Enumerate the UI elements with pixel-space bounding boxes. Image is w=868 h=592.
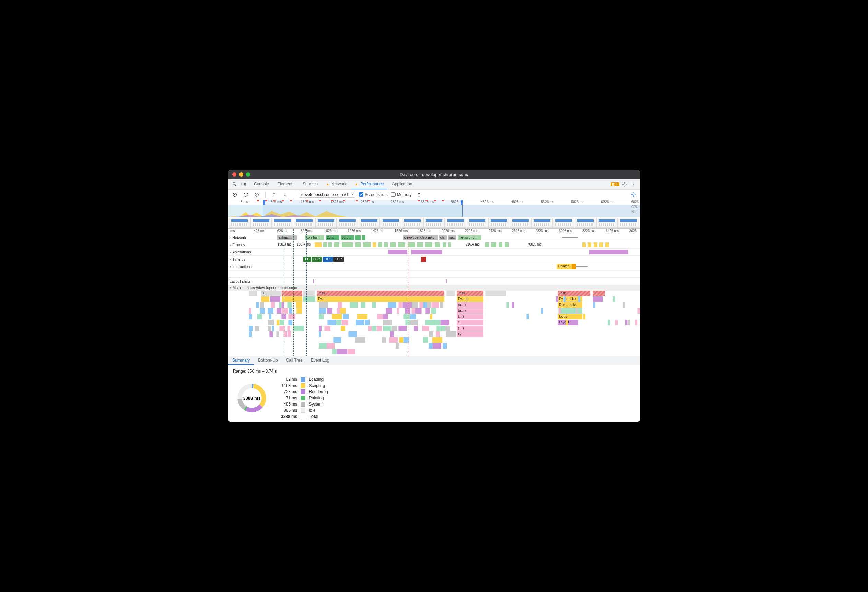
fp-marker-line bbox=[284, 229, 284, 356]
overview-selection[interactable] bbox=[263, 200, 463, 217]
interactions-track[interactable]: ▾Interactions Pointer bbox=[228, 263, 640, 271]
timing-badge-l[interactable]: L bbox=[421, 256, 427, 262]
selection-handle-right[interactable] bbox=[461, 200, 463, 205]
details-tab-event-log[interactable]: Event Log bbox=[307, 356, 334, 365]
frames-track[interactable]: ▸Frames 150.3 ms 183.4 ms 216.4 ms 700.5… bbox=[228, 241, 640, 249]
network-track[interactable]: ▸Network extras....icon-ba...2d.s...60.p… bbox=[228, 234, 640, 241]
overview-pane[interactable]: 3 ms826 ms1326 ms1826 ms2326 ms2826 ms33… bbox=[228, 200, 640, 217]
flame-task[interactable]: T... bbox=[261, 290, 282, 296]
frames-track-label: Frames bbox=[232, 243, 245, 247]
selection-handle-left[interactable] bbox=[263, 200, 265, 205]
screenshot-thumb[interactable] bbox=[531, 218, 553, 228]
device-toggle-icon[interactable] bbox=[240, 181, 247, 188]
inspect-element-icon[interactable] bbox=[231, 181, 238, 188]
layout-shifts-track[interactable]: Layout shifts bbox=[228, 278, 640, 285]
legend-ms: 885 ms bbox=[281, 408, 297, 413]
frame-time: 216.4 ms bbox=[466, 243, 480, 246]
tab-network[interactable]: Network bbox=[322, 179, 350, 189]
legend-swatch bbox=[301, 389, 306, 394]
flame-task[interactable]: Task bbox=[558, 290, 590, 296]
main-thread-header[interactable]: ▾Main — https://developer.chrome.com/ bbox=[228, 285, 640, 290]
network-request[interactable] bbox=[355, 235, 360, 240]
flame-event[interactable]: Ev…t bbox=[317, 296, 444, 302]
save-profile-icon[interactable] bbox=[281, 191, 289, 198]
screenshot-thumb[interactable] bbox=[424, 218, 444, 228]
screenshot-thumb[interactable] bbox=[618, 218, 639, 228]
screenshot-thumb[interactable] bbox=[488, 218, 509, 228]
clear-button[interactable] bbox=[253, 191, 260, 198]
network-request[interactable]: ne... bbox=[448, 235, 456, 240]
network-request[interactable]: 60.p... bbox=[341, 235, 354, 240]
settings-gear-icon[interactable] bbox=[621, 181, 628, 188]
legend-ms: 485 ms bbox=[281, 402, 297, 407]
details-tab-bottom-up[interactable]: Bottom-Up bbox=[254, 356, 282, 365]
tab-application[interactable]: Application bbox=[389, 179, 416, 189]
legend-swatch bbox=[301, 414, 306, 419]
issues-badge[interactable]: ◧1 bbox=[611, 182, 619, 186]
screenshots-strip[interactable] bbox=[228, 217, 640, 229]
overview-side-labels: CPUNET bbox=[631, 205, 638, 214]
screenshots-toggle[interactable]: Screenshots bbox=[359, 192, 388, 197]
recording-select[interactable]: developer.chrome.com #1 bbox=[299, 192, 356, 198]
flame-task[interactable]: Task bbox=[457, 290, 483, 296]
network-request[interactable]: chr bbox=[439, 235, 447, 240]
network-request[interactable]: itter.svg (d... bbox=[458, 235, 481, 240]
tab-performance[interactable]: Performance bbox=[351, 179, 387, 189]
screenshot-thumb[interactable] bbox=[510, 218, 531, 228]
flame-chart[interactable]: T... Task Task Task T... Ev…t Ev…pt Even… bbox=[228, 290, 640, 356]
animations-track[interactable]: ▸Animations bbox=[228, 249, 640, 256]
screenshot-thumb[interactable] bbox=[466, 218, 488, 228]
tab-console[interactable]: Console bbox=[251, 179, 272, 189]
timeline: ms426 ms626 ms826 ms1026 ms1226 ms1426 m… bbox=[228, 229, 640, 356]
screenshot-thumb[interactable] bbox=[315, 218, 337, 228]
screenshot-thumb[interactable] bbox=[575, 218, 596, 228]
memory-checkbox[interactable] bbox=[391, 192, 396, 197]
memory-toggle[interactable]: Memory bbox=[391, 192, 412, 197]
screenshot-thumb[interactable] bbox=[337, 218, 358, 228]
screenshot-thumb[interactable] bbox=[272, 218, 293, 228]
timing-badge-dcl[interactable]: DCL bbox=[323, 256, 333, 262]
legend-swatch bbox=[301, 383, 306, 388]
timing-badge-fp[interactable]: FP bbox=[303, 256, 311, 262]
reload-record-button[interactable] bbox=[242, 191, 249, 198]
network-request[interactable]: extras.... bbox=[277, 235, 297, 240]
screenshot-thumb[interactable] bbox=[294, 218, 315, 228]
capture-settings-icon[interactable] bbox=[630, 191, 637, 198]
network-request[interactable]: 2d.s... bbox=[326, 235, 340, 240]
issues-count: 1 bbox=[616, 182, 618, 186]
details-tab-summary[interactable]: Summary bbox=[228, 356, 254, 365]
titlebar: DevTools - developer.chrome.com/ bbox=[228, 170, 640, 179]
network-request[interactable]: icon-ba... bbox=[305, 235, 324, 240]
timing-badge-fcp[interactable]: FCP bbox=[311, 256, 322, 262]
load-profile-icon[interactable] bbox=[270, 191, 278, 198]
screenshot-thumb[interactable] bbox=[359, 218, 380, 228]
screenshots-checkbox[interactable] bbox=[359, 192, 363, 197]
details-tab-call-tree[interactable]: Call Tree bbox=[282, 356, 307, 365]
svg-point-3 bbox=[624, 184, 625, 185]
pointer-interaction[interactable]: Pointer bbox=[557, 264, 576, 269]
screenshot-thumb[interactable] bbox=[596, 218, 617, 228]
network-request[interactable] bbox=[362, 235, 365, 240]
timing-badge-lcp[interactable]: LCP bbox=[334, 256, 343, 262]
screenshot-thumb[interactable] bbox=[553, 218, 574, 228]
window-title: DevTools - developer.chrome.com/ bbox=[228, 172, 640, 177]
tab-elements[interactable]: Elements bbox=[274, 179, 298, 189]
fcp-marker-line bbox=[293, 229, 294, 356]
screenshot-thumb[interactable] bbox=[402, 218, 423, 228]
dcl-marker-line bbox=[306, 229, 307, 356]
summary-legend: 62 msLoading1163 msScripting723 msRender… bbox=[281, 377, 328, 419]
more-menu-icon[interactable]: ⋮ bbox=[630, 181, 637, 188]
record-button[interactable] bbox=[231, 191, 238, 198]
legend-name: Rendering bbox=[309, 389, 328, 394]
screenshot-thumb[interactable] bbox=[229, 218, 250, 228]
screenshot-thumb[interactable] bbox=[445, 218, 466, 228]
timings-track[interactable]: ▸Timings FPFCPDCLLCPL bbox=[228, 256, 640, 263]
flame-task[interactable]: Task bbox=[317, 290, 444, 296]
screenshot-thumb[interactable] bbox=[380, 218, 402, 228]
gc-button[interactable] bbox=[415, 191, 423, 198]
screenshot-thumb[interactable] bbox=[251, 218, 272, 228]
collapse-icon[interactable]: ▸ bbox=[230, 236, 231, 239]
tab-sources[interactable]: Sources bbox=[299, 179, 321, 189]
legend-ms: 3388 ms bbox=[281, 414, 297, 419]
animations-track-label: Animations bbox=[232, 250, 251, 254]
